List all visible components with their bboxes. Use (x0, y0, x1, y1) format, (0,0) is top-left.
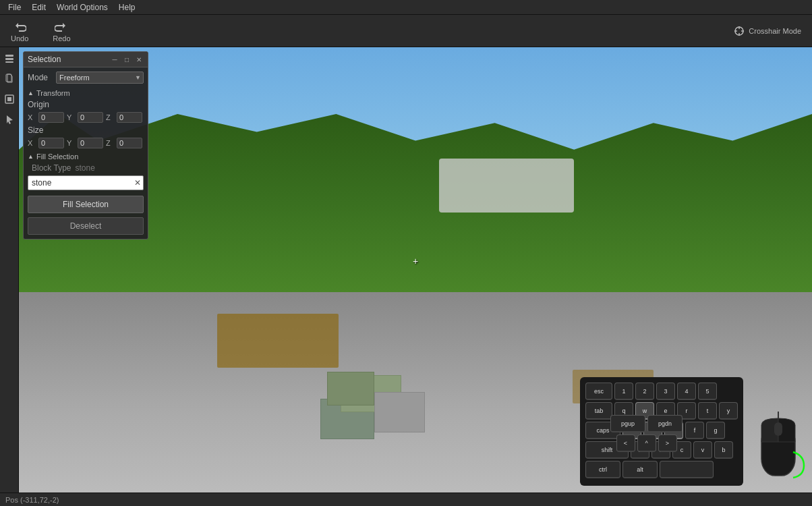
key-b[interactable]: b (714, 441, 733, 459)
size-x-input[interactable] (38, 138, 64, 148)
key-left[interactable]: < (616, 434, 635, 452)
sidebar-icon-cursor[interactable] (2, 112, 17, 127)
svg-rect-6 (5, 58, 13, 60)
deselect-button[interactable]: Deselect (28, 217, 144, 235)
key-space[interactable] (660, 461, 714, 478)
svg-rect-8 (6, 74, 11, 82)
size-x-label: X (28, 139, 36, 147)
sidebar-icon-layers[interactable] (2, 51, 17, 66)
sidebar-icons (0, 47, 19, 493)
menubar: File Edit World Options Help (0, 0, 812, 15)
transform-label: Transform (36, 89, 70, 97)
size-y-label: Y (67, 139, 75, 147)
main-area: + Selection ─ □ ✕ Mode Freeform (0, 47, 812, 493)
key-v[interactable]: v (693, 441, 712, 459)
crosshair-label: Crosshair Mode (749, 27, 801, 35)
key-1[interactable]: 1 (614, 383, 633, 400)
size-label: Size (28, 125, 144, 135)
fill-label: Fill Selection (36, 152, 78, 161)
mode-row: Mode Freeform Sphere Cylinder Box ▼ (28, 72, 144, 84)
cursor-indicator: + (413, 256, 418, 266)
key-tab[interactable]: tab (585, 402, 612, 420)
mouse-graphic (751, 412, 805, 486)
redo-label: Redo (53, 34, 70, 43)
svg-rect-7 (5, 61, 13, 63)
key-y[interactable]: y (719, 402, 738, 420)
svg-rect-12 (774, 422, 782, 436)
key-5[interactable]: 5 (698, 383, 717, 400)
menu-edit[interactable]: Edit (26, 1, 51, 13)
mode-select-wrapper: Freeform Sphere Cylinder Box ▼ (56, 72, 144, 84)
game-viewport[interactable]: + Selection ─ □ ✕ Mode Freeform (19, 47, 812, 493)
key-pgup[interactable]: pgup (610, 415, 645, 432)
block-type-hint: stone (75, 163, 94, 173)
key-pgdn[interactable]: pgdn (647, 415, 683, 432)
origin-x-label: X (28, 113, 36, 121)
key-right[interactable]: > (658, 434, 677, 452)
fill-arrow-icon: ▲ (28, 153, 34, 160)
redo-button[interactable]: Redo (47, 17, 76, 45)
position-status: Pos (-311,72,-2) (5, 496, 59, 504)
key-alt[interactable]: alt (622, 461, 658, 478)
menu-file[interactable]: File (3, 1, 26, 13)
block-type-label-text: Block Type (32, 163, 71, 173)
size-y-input[interactable] (78, 138, 103, 148)
sidebar-icon-shape[interactable] (2, 92, 17, 107)
key-2[interactable]: 2 (635, 383, 654, 400)
key-g[interactable]: g (706, 422, 725, 439)
transform-arrow-icon: ▲ (28, 90, 34, 96)
mode-label: Mode (28, 73, 52, 82)
key-4[interactable]: 4 (677, 383, 696, 400)
stone-path (439, 159, 574, 213)
panel-title: Selection (28, 55, 61, 64)
fill-section-header[interactable]: ▲ Fill Selection (28, 152, 144, 161)
stone-blocks-group (320, 338, 455, 439)
keyboard: esc 1 2 3 4 5 tab q w e r t y caps (580, 377, 743, 486)
fill-selection-button[interactable]: Fill Selection (28, 196, 144, 213)
key-t[interactable]: t (698, 402, 717, 420)
keyboard-row-5: ctrl alt (585, 461, 738, 478)
svg-rect-10 (7, 97, 11, 101)
origin-y-label: Y (67, 113, 75, 121)
block-input-clear-button[interactable]: ✕ (134, 178, 141, 188)
transform-section-header[interactable]: ▲ Transform (28, 89, 144, 97)
block-input-wrap: ✕ (28, 175, 144, 190)
keyboard-row-1: esc 1 2 3 4 5 (585, 383, 738, 400)
panel-body: Mode Freeform Sphere Cylinder Box ▼ ▲ (24, 67, 148, 239)
sidebar-icon-document[interactable] (2, 72, 17, 86)
panel-close-button[interactable]: ✕ (134, 55, 144, 64)
keyboard-overlay: esc 1 2 3 4 5 tab q w e r t y caps (580, 377, 805, 486)
undo-button[interactable]: Undo (5, 17, 34, 45)
panel-restore-button[interactable]: □ (122, 55, 132, 64)
svg-rect-5 (5, 55, 13, 57)
key-ctrl[interactable]: ctrl (585, 461, 620, 478)
panel-controls: ─ □ ✕ (110, 55, 144, 64)
origin-y-input[interactable] (78, 112, 103, 123)
origin-x-input[interactable] (38, 112, 64, 123)
panel-titlebar[interactable]: Selection ─ □ ✕ (24, 52, 148, 67)
panel-minimize-button[interactable]: ─ (110, 55, 119, 64)
origin-label: Origin (28, 100, 144, 109)
key-f[interactable]: f (685, 422, 704, 439)
size-row: X Y Z (28, 138, 144, 148)
key-up[interactable]: ^ (637, 434, 656, 452)
origin-row: X Y Z (28, 112, 144, 123)
origin-z-input[interactable] (117, 112, 142, 123)
size-z-input[interactable] (117, 138, 142, 148)
key-esc[interactable]: esc (585, 383, 612, 400)
statusbar: Pos (-311,72,-2) (0, 493, 812, 506)
selection-panel: Selection ─ □ ✕ Mode Freeform Sphere Cyl… (23, 51, 148, 240)
key-3[interactable]: 3 (656, 383, 675, 400)
size-z-label: Z (106, 139, 114, 147)
block-type-label: Block Typestone (28, 163, 144, 173)
block-type-input[interactable] (28, 175, 144, 190)
toolbar: Undo Redo Crosshair Mode (0, 15, 812, 47)
menu-world-options[interactable]: World Options (51, 1, 113, 13)
mode-select[interactable]: Freeform Sphere Cylinder Box (56, 72, 144, 84)
crosshair-mode-button[interactable]: Crosshair Mode (728, 23, 807, 39)
origin-z-label: Z (106, 113, 114, 121)
undo-label: Undo (11, 34, 28, 43)
menu-help[interactable]: Help (113, 1, 141, 13)
